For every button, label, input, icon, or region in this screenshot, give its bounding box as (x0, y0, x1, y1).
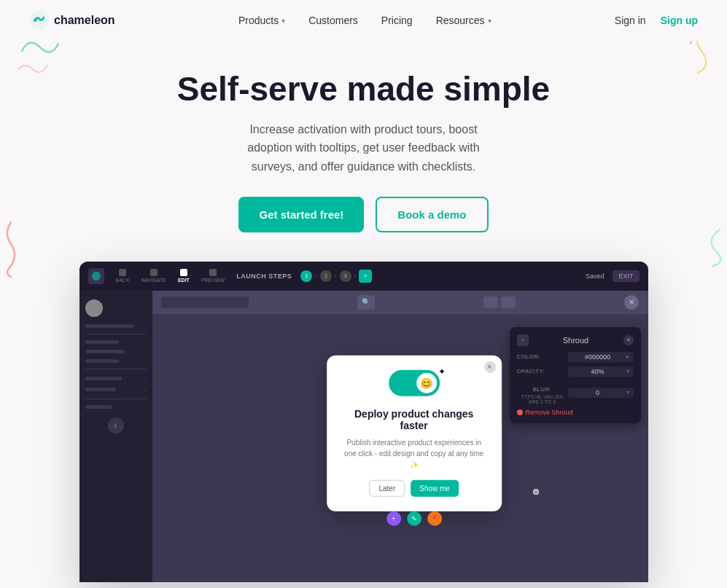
topbar-right: Saved EXIT (586, 270, 639, 282)
modal-buttons: Later Show me (341, 479, 487, 496)
resources-chevron-icon: ▾ (488, 17, 491, 25)
sidebar-arrow-2: › (144, 386, 147, 393)
browser-btn-2[interactable] (501, 297, 516, 308)
close-main-button[interactable]: ✕ (624, 295, 639, 310)
app-main: 🔍 ✕ ✕ 😊 ✦ Deploy p (152, 291, 648, 582)
products-chevron-icon: ▾ (281, 17, 285, 25)
shroud-blur-label: BLUR: (533, 386, 551, 393)
hero-subtext: Increase activation with product tours, … (233, 120, 495, 176)
url-bar (161, 297, 249, 308)
step-4: + (359, 270, 372, 283)
toggle-thumb: 😊 (416, 372, 437, 393)
sidebar-line-1 (85, 324, 134, 328)
preview-icon (209, 269, 217, 276)
shroud-blur-arrow: ▾ (626, 389, 629, 396)
topbar-left: BACK NAVIGATE EDIT PREVIEW LAUNCH STEPS … (88, 268, 373, 284)
modal-icon-pin: 📍 (427, 511, 442, 525)
modal-show-button[interactable]: Show me (411, 479, 459, 496)
shroud-close-button[interactable]: ✕ (623, 335, 634, 345)
navigation: chameleon Products ▾ Customers Pricing R… (0, 0, 727, 41)
signin-button[interactable]: Sign in (615, 15, 646, 26)
saved-status: Saved (586, 273, 604, 280)
sidebar-line-2 (85, 340, 119, 344)
browser-btn-1[interactable] (483, 297, 498, 308)
app-body: › › ‹ 🔍 (79, 291, 648, 582)
modal-popup: ✕ 😊 ✦ Deploy product changes faster Publ… (327, 355, 502, 511)
shroud-opacity-input[interactable]: 40% ▾ (568, 366, 634, 377)
shroud-opacity-label: OPACITY: (517, 368, 545, 375)
hero-buttons: Get started free! Book a demo (15, 197, 712, 232)
logo[interactable]: chameleon (29, 10, 115, 31)
modal-title: Deploy product changes faster (341, 407, 487, 431)
svg-point-0 (30, 11, 49, 30)
sidebar-line-3 (85, 350, 125, 353)
hero-section: Self-serve made simple Increase activati… (0, 41, 727, 588)
launch-steps: LAUNCH STEPS 1 › 2 › 3 › + (236, 270, 372, 283)
browser-buttons (483, 297, 516, 308)
back-icon (119, 269, 126, 276)
shroud-color-label: COLOR: (517, 353, 540, 360)
app-screenshot: BACK NAVIGATE EDIT PREVIEW LAUNCH STEPS … (79, 262, 648, 582)
sidebar-avatar (85, 299, 103, 317)
shroud-panel: ‹ Shroud ✕ COLOR: #000000 ▸ OPACITY: (510, 327, 641, 423)
sidebar-item-3 (85, 405, 147, 409)
nav-links: Products ▾ Customers Pricing Resources ▾ (238, 15, 491, 26)
hero-heading: Self-serve made simple (15, 70, 712, 109)
sparkle-icon: ✦ (438, 366, 446, 376)
search-button[interactable]: 🔍 (357, 295, 375, 310)
app-topbar: BACK NAVIGATE EDIT PREVIEW LAUNCH STEPS … (79, 262, 648, 291)
shroud-back-button[interactable]: ‹ (517, 334, 529, 346)
nav-pricing[interactable]: Pricing (381, 15, 413, 26)
shroud-remove[interactable]: Remove Shroud (517, 409, 634, 416)
modal-icon-plus: + (386, 511, 401, 525)
signup-button[interactable]: Sign up (661, 15, 698, 26)
shroud-opacity-arrow: ▾ (626, 368, 629, 375)
nav-resources[interactable]: Resources ▾ (436, 15, 491, 26)
nav-back: BACK (116, 269, 130, 283)
modal-later-button[interactable]: Later (369, 479, 405, 496)
step-1: 1 (300, 270, 312, 282)
nav-navigate: NAVIGATE (141, 269, 166, 283)
modal-icons-row: + ✎ 📍 (386, 511, 442, 525)
shroud-opacity-row: OPACITY: 40% ▾ (517, 366, 634, 377)
svg-point-1 (34, 19, 36, 22)
sidebar-collapse-btn[interactable]: ‹ (108, 418, 124, 434)
modal-close-button[interactable]: ✕ (484, 361, 496, 372)
nav-customers[interactable]: Customers (308, 15, 358, 26)
cursor (533, 489, 539, 495)
sidebar-item-1: › (85, 375, 147, 382)
toggle-container: 😊 ✦ (389, 369, 440, 404)
sidebar-divider-2 (85, 369, 147, 369)
exit-button[interactable]: EXIT (613, 270, 639, 282)
step-arrow-1: › (315, 273, 317, 279)
shroud-header: ‹ Shroud ✕ (517, 334, 634, 346)
shroud-title: Shroud (529, 336, 623, 345)
shroud-blur-sublabel: TYPICAL VALUES ARE 2 TO 8 (517, 394, 568, 404)
modal-icon-edit: ✎ (407, 511, 421, 525)
logo-icon (29, 10, 50, 31)
svg-point-2 (92, 272, 101, 281)
book-demo-button[interactable]: Book a demo (376, 197, 488, 232)
get-started-button[interactable]: Get started free! (238, 197, 364, 232)
modal-description: Publish interactive product experiences … (341, 436, 487, 469)
toggle-image: 😊 (389, 369, 440, 396)
step-arrow-2: › (335, 273, 337, 279)
nav-products[interactable]: Products ▾ (238, 15, 285, 26)
shroud-blur-input[interactable]: 0 ▾ (568, 388, 634, 398)
nav-edit: EDIT (178, 269, 190, 283)
shroud-nav: ‹ (517, 334, 529, 346)
shroud-remove-text: Remove Shroud (526, 409, 573, 416)
shroud-blur-row: BLUR: TYPICAL VALUES ARE 2 TO 8 0 ▾ (517, 381, 634, 404)
sidebar-divider-3 (85, 399, 147, 399)
topbar-logo-icon (88, 268, 104, 284)
shroud-blur-label-group: BLUR: TYPICAL VALUES ARE 2 TO 8 (517, 381, 568, 404)
step-3: 3 (340, 270, 351, 282)
shroud-color-row: COLOR: #000000 ▸ (517, 352, 634, 362)
edit-icon (180, 269, 187, 276)
sidebar-arrow-1: › (144, 375, 147, 382)
shroud-remove-dot (517, 409, 523, 415)
step-2: 2 (320, 270, 332, 282)
step-arrow-3: › (354, 273, 357, 279)
shroud-color-arrow: ▸ (626, 353, 629, 360)
shroud-color-input[interactable]: #000000 ▸ (568, 352, 634, 362)
